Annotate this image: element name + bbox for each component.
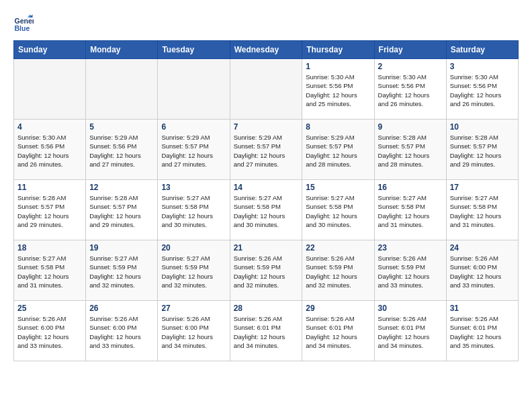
day-info: Sunrise: 5:29 AM Sunset: 5:57 PM Dayligh… bbox=[234, 133, 299, 169]
calendar-table: SundayMondayTuesdayWednesdayThursdayFrid… bbox=[13, 40, 519, 361]
calendar-cell: 21Sunrise: 5:26 AM Sunset: 5:59 PM Dayli… bbox=[230, 240, 302, 301]
day-info: Sunrise: 5:26 AM Sunset: 6:00 PM Dayligh… bbox=[17, 314, 82, 350]
week-row-1: 1Sunrise: 5:30 AM Sunset: 5:56 PM Daylig… bbox=[14, 59, 519, 120]
calendar-cell: 20Sunrise: 5:27 AM Sunset: 5:59 PM Dayli… bbox=[158, 240, 230, 301]
calendar-cell: 17Sunrise: 5:27 AM Sunset: 5:58 PM Dayli… bbox=[446, 180, 518, 240]
calendar-cell: 8Sunrise: 5:29 AM Sunset: 5:57 PM Daylig… bbox=[302, 120, 374, 180]
day-info: Sunrise: 5:26 AM Sunset: 6:00 PM Dayligh… bbox=[89, 314, 154, 350]
day-number: 1 bbox=[306, 62, 370, 71]
calendar-cell: 14Sunrise: 5:27 AM Sunset: 5:58 PM Dayli… bbox=[230, 180, 302, 240]
day-info: Sunrise: 5:27 AM Sunset: 5:58 PM Dayligh… bbox=[17, 254, 82, 289]
calendar-cell: 18Sunrise: 5:27 AM Sunset: 5:58 PM Dayli… bbox=[14, 240, 86, 301]
day-info: Sunrise: 5:27 AM Sunset: 5:59 PM Dayligh… bbox=[161, 254, 226, 289]
logo: General Blue bbox=[13, 13, 36, 34]
day-number: 26 bbox=[89, 304, 154, 313]
col-header-tuesday: Tuesday bbox=[158, 41, 230, 59]
day-info: Sunrise: 5:26 AM Sunset: 6:00 PM Dayligh… bbox=[450, 254, 515, 289]
day-number: 16 bbox=[378, 183, 443, 192]
calendar-cell: 15Sunrise: 5:27 AM Sunset: 5:58 PM Dayli… bbox=[302, 180, 374, 240]
week-row-4: 18Sunrise: 5:27 AM Sunset: 5:58 PM Dayli… bbox=[14, 240, 519, 301]
day-number: 7 bbox=[234, 122, 299, 132]
calendar-cell: 5Sunrise: 5:29 AM Sunset: 5:56 PM Daylig… bbox=[86, 120, 158, 180]
day-number: 15 bbox=[306, 183, 370, 192]
day-number: 30 bbox=[378, 304, 443, 313]
day-number: 23 bbox=[378, 243, 443, 253]
calendar-cell bbox=[86, 59, 158, 120]
calendar-cell: 10Sunrise: 5:28 AM Sunset: 5:57 PM Dayli… bbox=[446, 120, 518, 180]
day-number: 19 bbox=[89, 243, 154, 253]
day-number: 6 bbox=[161, 122, 226, 132]
calendar-cell: 31Sunrise: 5:26 AM Sunset: 6:01 PM Dayli… bbox=[446, 301, 518, 361]
calendar-cell: 26Sunrise: 5:26 AM Sunset: 6:00 PM Dayli… bbox=[86, 301, 158, 361]
calendar-cell bbox=[14, 59, 86, 120]
day-info: Sunrise: 5:26 AM Sunset: 6:01 PM Dayligh… bbox=[306, 314, 370, 350]
day-number: 9 bbox=[378, 122, 443, 132]
day-number: 5 bbox=[89, 122, 154, 132]
day-info: Sunrise: 5:30 AM Sunset: 5:56 PM Dayligh… bbox=[378, 73, 443, 108]
calendar-cell bbox=[158, 59, 230, 120]
day-number: 27 bbox=[161, 304, 226, 313]
day-number: 12 bbox=[89, 183, 154, 192]
week-row-2: 4Sunrise: 5:30 AM Sunset: 5:56 PM Daylig… bbox=[14, 120, 519, 180]
calendar-cell: 4Sunrise: 5:30 AM Sunset: 5:56 PM Daylig… bbox=[14, 120, 86, 180]
day-number: 8 bbox=[306, 122, 370, 132]
calendar-cell: 16Sunrise: 5:27 AM Sunset: 5:58 PM Dayli… bbox=[374, 180, 446, 240]
calendar-cell: 3Sunrise: 5:30 AM Sunset: 5:56 PM Daylig… bbox=[446, 59, 518, 120]
calendar-cell: 13Sunrise: 5:27 AM Sunset: 5:58 PM Dayli… bbox=[158, 180, 230, 240]
day-number: 24 bbox=[450, 243, 515, 253]
calendar-cell: 25Sunrise: 5:26 AM Sunset: 6:00 PM Dayli… bbox=[14, 301, 86, 361]
week-row-3: 11Sunrise: 5:28 AM Sunset: 5:57 PM Dayli… bbox=[14, 180, 519, 240]
calendar-cell: 29Sunrise: 5:26 AM Sunset: 6:01 PM Dayli… bbox=[302, 301, 374, 361]
week-row-5: 25Sunrise: 5:26 AM Sunset: 6:00 PM Dayli… bbox=[14, 301, 519, 361]
calendar-cell: 2Sunrise: 5:30 AM Sunset: 5:56 PM Daylig… bbox=[374, 59, 446, 120]
day-number: 29 bbox=[306, 304, 370, 313]
day-number: 11 bbox=[17, 183, 82, 192]
day-info: Sunrise: 5:29 AM Sunset: 5:56 PM Dayligh… bbox=[89, 133, 154, 169]
day-number: 13 bbox=[161, 183, 226, 192]
day-info: Sunrise: 5:27 AM Sunset: 5:58 PM Dayligh… bbox=[450, 193, 515, 229]
day-info: Sunrise: 5:29 AM Sunset: 5:57 PM Dayligh… bbox=[306, 133, 370, 169]
day-info: Sunrise: 5:28 AM Sunset: 5:57 PM Dayligh… bbox=[450, 133, 515, 169]
day-info: Sunrise: 5:27 AM Sunset: 5:58 PM Dayligh… bbox=[161, 193, 226, 229]
day-info: Sunrise: 5:26 AM Sunset: 5:59 PM Dayligh… bbox=[378, 254, 443, 289]
day-info: Sunrise: 5:30 AM Sunset: 5:56 PM Dayligh… bbox=[17, 133, 82, 169]
svg-text:Blue: Blue bbox=[15, 24, 30, 32]
day-number: 14 bbox=[234, 183, 299, 192]
calendar-cell: 9Sunrise: 5:28 AM Sunset: 5:57 PM Daylig… bbox=[374, 120, 446, 180]
col-header-sunday: Sunday bbox=[14, 41, 86, 59]
calendar-cell: 6Sunrise: 5:29 AM Sunset: 5:57 PM Daylig… bbox=[158, 120, 230, 180]
day-info: Sunrise: 5:27 AM Sunset: 5:58 PM Dayligh… bbox=[306, 193, 370, 229]
day-info: Sunrise: 5:27 AM Sunset: 5:58 PM Dayligh… bbox=[234, 193, 299, 229]
day-info: Sunrise: 5:26 AM Sunset: 5:59 PM Dayligh… bbox=[234, 254, 299, 289]
day-number: 18 bbox=[17, 243, 82, 253]
day-info: Sunrise: 5:28 AM Sunset: 5:57 PM Dayligh… bbox=[378, 133, 443, 169]
day-info: Sunrise: 5:27 AM Sunset: 5:59 PM Dayligh… bbox=[89, 254, 154, 289]
day-info: Sunrise: 5:28 AM Sunset: 5:57 PM Dayligh… bbox=[17, 193, 82, 229]
day-number: 20 bbox=[161, 243, 226, 253]
calendar-cell: 23Sunrise: 5:26 AM Sunset: 5:59 PM Dayli… bbox=[374, 240, 446, 301]
calendar-header-row: SundayMondayTuesdayWednesdayThursdayFrid… bbox=[14, 41, 519, 59]
col-header-friday: Friday bbox=[374, 41, 446, 59]
calendar-cell: 1Sunrise: 5:30 AM Sunset: 5:56 PM Daylig… bbox=[302, 59, 374, 120]
day-info: Sunrise: 5:26 AM Sunset: 6:01 PM Dayligh… bbox=[450, 314, 515, 350]
day-info: Sunrise: 5:26 AM Sunset: 6:01 PM Dayligh… bbox=[378, 314, 443, 350]
day-info: Sunrise: 5:29 AM Sunset: 5:57 PM Dayligh… bbox=[161, 133, 226, 169]
day-info: Sunrise: 5:26 AM Sunset: 5:59 PM Dayligh… bbox=[306, 254, 370, 289]
day-info: Sunrise: 5:30 AM Sunset: 5:56 PM Dayligh… bbox=[306, 73, 370, 108]
day-info: Sunrise: 5:28 AM Sunset: 5:57 PM Dayligh… bbox=[89, 193, 154, 229]
logo-icon: General Blue bbox=[13, 13, 34, 34]
day-number: 2 bbox=[378, 62, 443, 71]
day-info: Sunrise: 5:26 AM Sunset: 6:01 PM Dayligh… bbox=[234, 314, 299, 350]
day-info: Sunrise: 5:27 AM Sunset: 5:58 PM Dayligh… bbox=[378, 193, 443, 229]
page-header: General Blue bbox=[13, 13, 519, 34]
calendar-cell: 30Sunrise: 5:26 AM Sunset: 6:01 PM Dayli… bbox=[374, 301, 446, 361]
col-header-saturday: Saturday bbox=[446, 41, 518, 59]
day-number: 25 bbox=[17, 304, 82, 313]
calendar-cell: 24Sunrise: 5:26 AM Sunset: 6:00 PM Dayli… bbox=[446, 240, 518, 301]
calendar-cell bbox=[230, 59, 302, 120]
day-number: 4 bbox=[17, 122, 82, 132]
day-number: 10 bbox=[450, 122, 515, 132]
day-number: 21 bbox=[234, 243, 299, 253]
col-header-thursday: Thursday bbox=[302, 41, 374, 59]
col-header-wednesday: Wednesday bbox=[230, 41, 302, 59]
